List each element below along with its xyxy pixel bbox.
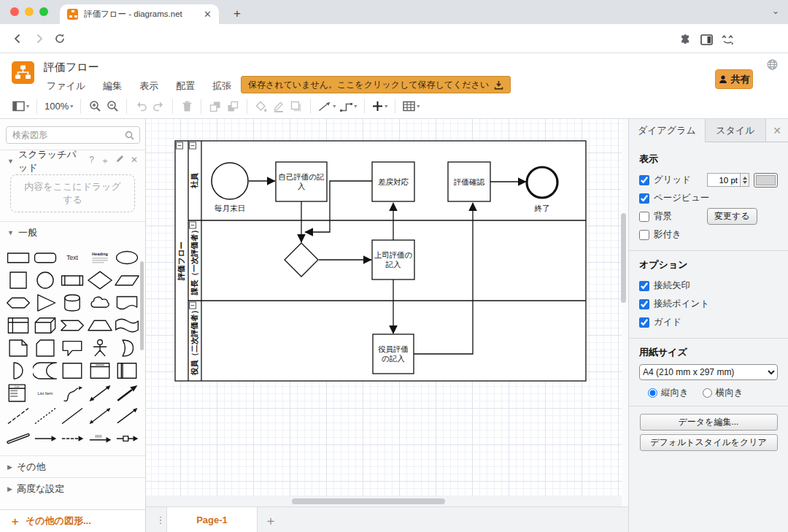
shape-rounded-rectangle[interactable] bbox=[31, 246, 58, 269]
shape-internal-storage[interactable] bbox=[4, 314, 31, 336]
waypoint-style-button[interactable]: ▾ bbox=[338, 97, 359, 116]
shape-bidirectional-connector[interactable] bbox=[86, 404, 113, 427]
canvas-horizontal-scrollbar[interactable] bbox=[292, 498, 445, 504]
guides-checkbox[interactable] bbox=[639, 317, 649, 328]
section-other[interactable]: ▶ その他 bbox=[0, 456, 145, 477]
paper-size-select[interactable]: A4 (210 mm x 297 mm) bbox=[639, 364, 778, 380]
zoom-window-button[interactable] bbox=[39, 7, 48, 16]
node-exec-eval[interactable]: 役員評価の記入 bbox=[373, 334, 414, 374]
scratchpad-close-icon[interactable]: ✕ bbox=[131, 155, 138, 167]
more-shapes-button[interactable]: ＋ その他の図形... bbox=[0, 509, 145, 532]
shape-link[interactable] bbox=[4, 427, 31, 450]
shape-and[interactable] bbox=[4, 359, 31, 382]
format-panel-close-icon[interactable]: ✕ bbox=[766, 119, 788, 142]
scratchpad-help-icon[interactable]: ? bbox=[89, 155, 94, 167]
connection-points-checkbox[interactable] bbox=[639, 299, 649, 309]
redo-button[interactable] bbox=[150, 97, 167, 116]
smiley-extension-icon[interactable] bbox=[719, 31, 736, 48]
shadow-button[interactable] bbox=[287, 97, 305, 116]
shape-edge-symbol[interactable] bbox=[114, 427, 141, 450]
shape-heading[interactable]: Heading bbox=[86, 246, 113, 269]
menu-item-1[interactable]: 編集 bbox=[98, 77, 127, 95]
delete-button[interactable] bbox=[178, 97, 196, 116]
node-boss-eval[interactable]: 上司評価の記入 bbox=[372, 240, 414, 280]
canvas-vertical-scrollbar[interactable] bbox=[621, 213, 626, 303]
side-panel-icon[interactable] bbox=[698, 31, 715, 48]
shape-document[interactable] bbox=[114, 291, 141, 314]
shape-card[interactable] bbox=[31, 336, 58, 359]
insert-button[interactable]: ▾ bbox=[370, 97, 390, 116]
close-window-button[interactable] bbox=[10, 7, 19, 16]
shape-square[interactable] bbox=[4, 269, 31, 291]
menu-item-2[interactable]: 表示 bbox=[134, 77, 163, 95]
shape-cylinder[interactable] bbox=[59, 291, 86, 314]
shape-data-storage[interactable] bbox=[31, 359, 58, 382]
shape-container[interactable] bbox=[59, 359, 86, 382]
landscape-radio[interactable] bbox=[703, 388, 712, 398]
zoom-level-button[interactable]: 100% ▾ bbox=[42, 97, 75, 116]
undo-button[interactable] bbox=[132, 97, 150, 116]
clear-default-style-button[interactable]: デフォルトスタイルをクリア bbox=[640, 434, 778, 451]
shape-callout[interactable] bbox=[59, 336, 86, 359]
shape-list-item[interactable]: List Item bbox=[31, 382, 58, 404]
share-button[interactable]: 共有 bbox=[715, 69, 753, 89]
grid-color-swatch[interactable] bbox=[754, 173, 778, 188]
page-view-checkbox[interactable] bbox=[639, 193, 649, 204]
add-page-button[interactable]: ＋ bbox=[263, 512, 279, 528]
shape-parallelogram[interactable] bbox=[114, 269, 141, 291]
shape-rectangle[interactable] bbox=[4, 246, 31, 269]
shape-dotted-line[interactable] bbox=[31, 404, 58, 427]
node-rework[interactable]: 差戻対応 bbox=[372, 162, 414, 201]
section-advanced[interactable]: ▶ 高度な設定 bbox=[0, 478, 145, 499]
scratchpad-dropzone[interactable]: 内容をここにドラッグする bbox=[10, 174, 135, 212]
change-background-button[interactable]: 変更する bbox=[707, 208, 757, 225]
tab-diagram[interactable]: ダイアグラム bbox=[629, 119, 705, 142]
page-tab[interactable]: Page-1 bbox=[166, 507, 258, 532]
menu-item-4[interactable]: 拡張 bbox=[207, 77, 236, 95]
shape-dashed-arrow[interactable] bbox=[59, 427, 86, 450]
shape-or[interactable] bbox=[114, 336, 141, 359]
shape-bidirectional-arrow[interactable] bbox=[86, 382, 113, 404]
minimize-window-button[interactable] bbox=[25, 7, 34, 16]
shape-step[interactable] bbox=[59, 314, 86, 336]
shape-diamond[interactable] bbox=[86, 269, 113, 291]
node-start-event[interactable]: 毎月末日 bbox=[212, 163, 248, 212]
node-self-eval[interactable]: 自己評価の記入 bbox=[276, 162, 327, 201]
shape-actor[interactable] bbox=[86, 336, 113, 359]
shape-list[interactable]: List bbox=[4, 382, 31, 404]
to-back-button[interactable] bbox=[224, 97, 242, 116]
shape-triangle[interactable] bbox=[31, 291, 58, 314]
tab-search-chevron-icon[interactable]: ⌄ bbox=[772, 6, 779, 16]
unsaved-banner[interactable]: 保存されていません。ここをクリックして保存してください bbox=[241, 76, 511, 93]
grid-checkbox[interactable] bbox=[639, 175, 649, 185]
extensions-puzzle-icon[interactable] bbox=[676, 31, 694, 48]
shape-directional-connector[interactable] bbox=[114, 404, 141, 427]
shape-arrow[interactable] bbox=[114, 382, 141, 404]
table-button[interactable]: ▾ bbox=[401, 97, 422, 116]
grid-size-stepper[interactable] bbox=[741, 173, 749, 187]
drawing-canvas[interactable]: 評価フロー社員課長（一次評価者）役員（二次評価者）毎月末日自己評価の記入差戻対応… bbox=[146, 119, 628, 532]
shape-cloud[interactable] bbox=[86, 291, 113, 314]
shadow-checkbox[interactable] bbox=[639, 230, 649, 240]
view-panels-button[interactable]: ▾ bbox=[10, 97, 31, 116]
sidebar-scrollbar[interactable] bbox=[140, 261, 144, 350]
shape-divided-container[interactable] bbox=[114, 359, 141, 382]
portrait-radio[interactable] bbox=[648, 388, 657, 398]
connection-style-button[interactable]: ▾ bbox=[316, 97, 338, 116]
scratchpad-header[interactable]: ▼ スクラッチパッド ? ＋ ✕ bbox=[0, 150, 145, 171]
shape-ellipse[interactable] bbox=[114, 246, 141, 269]
language-globe-icon[interactable] bbox=[767, 59, 778, 73]
shape-line[interactable] bbox=[59, 404, 86, 427]
zoom-out-button[interactable] bbox=[104, 97, 121, 116]
tab-close-icon[interactable]: ✕ bbox=[204, 9, 212, 20]
shape-process[interactable] bbox=[59, 269, 86, 291]
tab-style[interactable]: スタイル bbox=[705, 119, 767, 142]
shape-tape[interactable] bbox=[114, 314, 141, 336]
shape-labeled-arrow[interactable] bbox=[86, 427, 113, 450]
line-color-button[interactable] bbox=[270, 97, 287, 116]
shape-curve[interactable] bbox=[59, 382, 86, 404]
grid-size-input[interactable] bbox=[707, 173, 741, 187]
shape-circle[interactable] bbox=[31, 269, 58, 291]
browser-tab[interactable]: 評価フロー - diagrams.net ✕ bbox=[60, 4, 219, 24]
section-general[interactable]: ▼ 一般 bbox=[0, 222, 145, 243]
